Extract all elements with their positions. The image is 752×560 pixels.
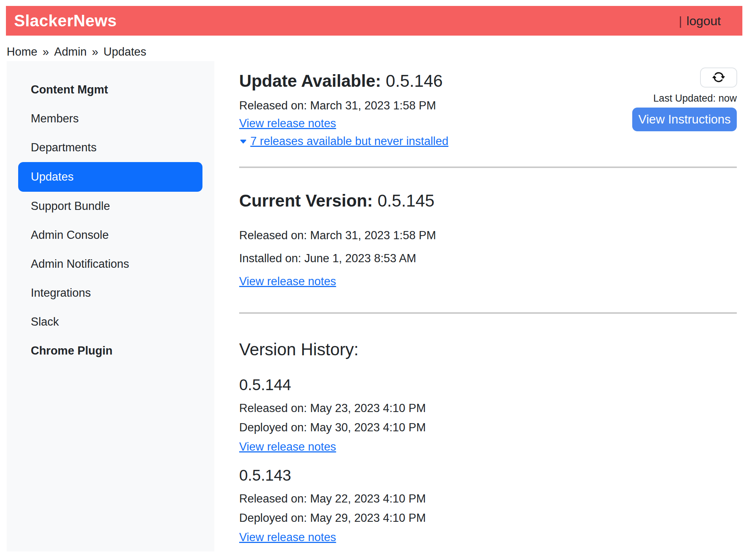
logout-area: | logout [679,14,721,28]
breadcrumb-separator: » [43,45,49,59]
current-version-label: Current Version: [239,191,373,210]
sidebar-item-admin-notifications[interactable]: Admin Notifications [7,250,214,279]
sidebar-item-chrome-plugin[interactable]: Chrome Plugin [7,336,214,365]
section-divider [239,312,737,314]
update-available-heading: Update Available: 0.5.146 [239,71,737,91]
sidebar-item-departments[interactable]: Departments [7,133,214,162]
section-divider [239,167,737,168]
breadcrumb: Home » Admin » Updates [7,45,146,59]
current-version-heading: Current Version: 0.5.145 [239,191,737,211]
history-release-notes-link[interactable]: View release notes [239,531,336,544]
update-available-label: Update Available: [239,71,381,90]
history-deployed-text: Deployed on: May 30, 2023 4:10 PM [239,418,737,437]
current-installed-text: Installed on: June 1, 2023 8:53 AM [239,247,737,270]
breadcrumb-separator: » [92,45,98,59]
update-release-notes-link[interactable]: View release notes [239,117,336,130]
brand-logo: SlackerNews [14,11,117,30]
sidebar-item-admin-console[interactable]: Admin Console [7,221,214,250]
breadcrumb-admin[interactable]: Admin [54,45,87,59]
logout-link[interactable]: logout [686,14,721,28]
current-release-notes-link[interactable]: View release notes [239,275,336,288]
releases-toggle-link[interactable]: 7 releases available but never installed [239,135,448,148]
sidebar-item-updates[interactable]: Updates [18,162,202,192]
sidebar-item-content-mgmt[interactable]: Content Mgmt [7,75,214,104]
sidebar-item-support-bundle[interactable]: Support Bundle [7,192,214,221]
history-version-number: 0.5.143 [239,466,737,485]
app-header: SlackerNews | logout [6,6,742,36]
history-release-notes-link[interactable]: View release notes [239,440,336,453]
releases-toggle-label: 7 releases available but never installed [250,135,448,148]
history-entry: Released on: May 22, 2023 4:10 PM Deploy… [239,489,737,547]
logout-separator: | [679,14,682,28]
history-entry: Released on: May 23, 2023 4:10 PM Deploy… [239,399,737,457]
update-available-version: 0.5.146 [386,71,442,90]
sidebar-item-slack[interactable]: Slack [7,307,214,336]
version-history-heading: Version History: [239,340,737,359]
sidebar-item-members[interactable]: Members [7,104,214,133]
caret-down-icon [239,133,247,151]
update-released-text: Released on: March 31, 2023 1:58 PM [239,97,737,115]
history-released-text: Released on: May 23, 2023 4:10 PM [239,399,737,418]
history-version-number: 0.5.144 [239,376,737,394]
current-version-details: Released on: March 31, 2023 1:58 PM Inst… [239,224,737,293]
breadcrumb-home[interactable]: Home [7,45,37,59]
updates-main-content: Update Available: 0.5.146 Released on: M… [239,63,737,547]
current-released-text: Released on: March 31, 2023 1:58 PM [239,224,737,247]
history-deployed-text: Deployed on: May 29, 2023 4:10 PM [239,508,737,528]
current-version-number: 0.5.145 [377,191,434,210]
sidebar-item-integrations[interactable]: Integrations [7,279,214,307]
breadcrumb-current: Updates [103,45,146,59]
history-released-text: Released on: May 22, 2023 4:10 PM [239,489,737,508]
admin-sidebar: Content Mgmt Members Departments Updates… [7,61,214,551]
